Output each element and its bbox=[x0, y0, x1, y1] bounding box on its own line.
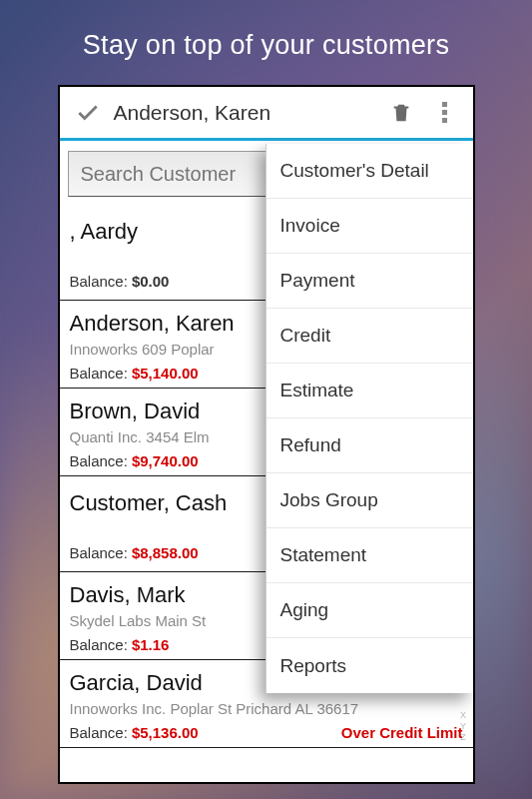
toolbar: Anderson, Karen bbox=[60, 87, 473, 141]
balance-value: $1.16 bbox=[132, 636, 170, 653]
balance-label: Balance: bbox=[70, 273, 128, 290]
balance-label: Balance: bbox=[70, 636, 128, 653]
menu-item[interactable]: Invoice bbox=[266, 199, 473, 254]
trash-icon bbox=[390, 101, 412, 125]
svg-rect-1 bbox=[442, 110, 447, 115]
over-credit-limit-badge: Over Credit Limit bbox=[341, 724, 463, 741]
svg-rect-2 bbox=[442, 118, 447, 123]
confirm-button[interactable] bbox=[66, 100, 110, 126]
menu-item[interactable]: Estimate bbox=[266, 364, 473, 418]
balance-label: Balance: bbox=[70, 724, 128, 741]
menu-item[interactable]: Refund bbox=[266, 418, 473, 473]
balance-value: $9,740.00 bbox=[132, 452, 199, 469]
alpha-index-letter[interactable]: Z bbox=[460, 732, 467, 742]
svg-rect-0 bbox=[442, 102, 447, 107]
balance-value: $5,136.00 bbox=[132, 724, 199, 741]
menu-item[interactable]: Customer's Detail bbox=[266, 144, 473, 199]
balance-value: $0.00 bbox=[132, 273, 170, 290]
alpha-index-letter[interactable]: X bbox=[460, 710, 467, 720]
check-icon bbox=[75, 100, 101, 126]
menu-item[interactable]: Reports bbox=[266, 638, 473, 693]
toolbar-title: Anderson, Karen bbox=[110, 101, 379, 125]
menu-item[interactable]: Jobs Group bbox=[266, 473, 473, 528]
overflow-menu: Customer's DetailInvoicePaymentCreditEst… bbox=[266, 144, 473, 693]
phone-frame: Anderson, Karen , Aardy.Balance:$0.00And… bbox=[58, 85, 475, 784]
overflow-menu-button[interactable] bbox=[423, 102, 467, 124]
delete-button[interactable] bbox=[379, 101, 423, 125]
menu-item[interactable]: Payment bbox=[266, 254, 473, 309]
balance-value: $8,858.00 bbox=[132, 544, 199, 561]
menu-item[interactable]: Credit bbox=[266, 309, 473, 364]
menu-item[interactable]: Aging bbox=[266, 583, 473, 638]
balance-label: Balance: bbox=[70, 452, 128, 469]
alpha-index-letter[interactable]: Y bbox=[460, 721, 467, 731]
customer-address: Innoworks Inc. Poplar St Prichard AL 366… bbox=[70, 700, 463, 720]
balance-value: $5,140.00 bbox=[132, 365, 199, 382]
marketing-headline: Stay on top of your customers bbox=[0, 0, 532, 85]
more-vertical-icon bbox=[441, 102, 449, 124]
balance-label: Balance: bbox=[70, 365, 128, 382]
menu-item[interactable]: Statement bbox=[266, 528, 473, 583]
balance-label: Balance: bbox=[70, 544, 128, 561]
